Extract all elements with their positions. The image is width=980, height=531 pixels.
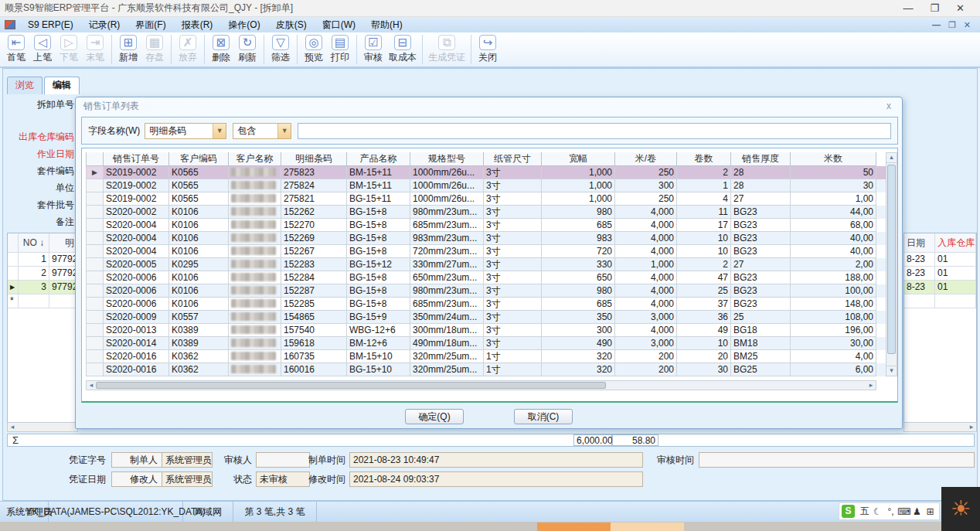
chinese-mode-icon[interactable]: 五 [858, 505, 871, 518]
cell-customer_code: K0389 [169, 337, 229, 350]
vscroll-thumb[interactable] [887, 165, 896, 354]
grid-hscrollbar[interactable]: ◂ ▸ [86, 380, 876, 390]
cell-tube_size: 3寸 [484, 179, 542, 192]
table-row[interactable]: S2020-0016K0362160735BM-15+10320mm/25um.… [86, 350, 888, 363]
table-row[interactable]: S2020-0006K0106152284BG-15+8650mm/23um..… [86, 271, 888, 284]
close-icon[interactable]: ✕ [956, 2, 965, 14]
filter-query-input[interactable] [298, 123, 891, 139]
prev-record-button[interactable]: ◁上笔 [29, 33, 56, 66]
print-button[interactable]: ▤打印 [327, 33, 353, 66]
table-row[interactable]: ▶S2019-0002K0565275823BM-15+111000mm/26u… [86, 166, 888, 179]
sogou-logo-icon[interactable]: S [842, 505, 855, 518]
filter-field-select[interactable]: 明细条码 ▼ [145, 123, 226, 139]
menu-item-4[interactable]: 操作(O) [220, 18, 267, 32]
taskbar-active-app[interactable] [537, 522, 611, 531]
mdi-restore-icon[interactable]: ❐ [948, 20, 956, 30]
get-cost-button[interactable]: ⊟取成本 [386, 33, 419, 66]
cell-detail_barcode: 152267 [281, 245, 347, 258]
table-row[interactable]: S2020-0014K0389159618BM-12+6490mm/18um..… [86, 337, 888, 350]
left-grid-row[interactable]: 297792 [8, 267, 77, 281]
redacted-customer-name [231, 312, 276, 321]
col-header-product_name[interactable]: 产品名称 [347, 152, 410, 166]
scroll-down-icon[interactable]: ▾ [886, 366, 897, 376]
left-grid-row[interactable]: 197792 [8, 253, 77, 267]
grid-vscrollbar[interactable]: ▴ ▾ [886, 152, 897, 376]
right-grid-row[interactable]: 8-2301 [904, 253, 976, 267]
main-hscrollbar-left[interactable]: ◂ [7, 422, 78, 432]
chevron-down-icon[interactable]: ▼ [277, 124, 291, 138]
menu-item-3[interactable]: 报表(R) [174, 18, 221, 32]
col-header-customer_name[interactable]: 客户名称 [229, 152, 281, 166]
table-row[interactable]: S2019-0002K0565275821BG-15+111000mm/26u.… [86, 192, 888, 206]
col-header-spec_model[interactable]: 规格型号 [410, 152, 484, 166]
col-header-detail_barcode[interactable]: 明细条码 [281, 152, 347, 166]
menu-item-7[interactable]: 帮助(H) [363, 18, 410, 32]
table-row[interactable]: S2020-0009K0557154865BG-15+9350mm/24um..… [86, 311, 888, 324]
mdi-minimize-icon[interactable]: — [932, 20, 941, 30]
sum-total-weight: 58.80 [612, 434, 658, 446]
dialog-close-icon[interactable]: x [883, 100, 894, 111]
menu-item-2[interactable]: 界面(F) [128, 18, 173, 32]
screen-recorder-overlay[interactable]: ☀ ▶ [941, 487, 980, 531]
restore-icon[interactable]: ❐ [930, 2, 939, 14]
right-grid-row[interactable]: 8-2301 [904, 267, 976, 281]
scroll-left-icon[interactable]: ◂ [8, 423, 17, 431]
refresh-icon: ↻ [239, 35, 256, 50]
left-grid-new-row[interactable]: * [8, 294, 77, 308]
menu-item-5[interactable]: 皮肤(S) [268, 18, 315, 32]
table-row[interactable]: S2020-0004K0106152270BG-15+8685mm/23um..… [86, 219, 888, 232]
audit-button[interactable]: ☑审核 [360, 33, 386, 66]
cancel-button[interactable]: 取消(C) [514, 409, 573, 424]
scroll-up-icon[interactable]: ▴ [886, 153, 897, 163]
hscroll-thumb[interactable] [96, 382, 606, 389]
menu-item-6[interactable]: 窗口(W) [315, 18, 363, 32]
grid-icon[interactable]: ⊞ [924, 506, 937, 517]
col-header-meters[interactable]: 米数 [791, 152, 876, 166]
menu-item-0[interactable]: S9 ERP(E) [20, 18, 81, 32]
table-row[interactable]: S2019-0002K0565275824BM-15+111000mm/26u.… [86, 179, 888, 192]
col-header-sale_thickness[interactable]: 销售厚度 [731, 152, 791, 166]
add-button[interactable]: ⊞新增 [115, 33, 141, 66]
table-row[interactable]: S2020-0006K0106152287BG-15+8980mm/23um..… [86, 284, 888, 298]
minimize-icon[interactable]: — [903, 2, 913, 14]
keyboard-icon[interactable]: ⌨ [897, 506, 910, 517]
left-grid-row[interactable]: ▶397792 [8, 281, 77, 294]
tab-edit[interactable]: 编辑 [44, 77, 80, 94]
tab-browse[interactable]: 浏览 [7, 77, 43, 94]
right-grid-row[interactable]: 8-2301 [904, 281, 976, 294]
refresh-button[interactable]: ↻刷新 [234, 33, 260, 66]
table-row[interactable]: S2020-0006K0106152285BG-15+8685mm/23um..… [86, 298, 888, 311]
scroll-right-icon[interactable]: ▸ [967, 423, 976, 431]
col-header-rolls[interactable]: 卷数 [677, 152, 731, 166]
taskbar-app[interactable] [611, 522, 684, 531]
filter-operator-select[interactable]: 包含 ▼ [233, 123, 291, 139]
main-hscrollbar-right[interactable]: ▸ [903, 422, 977, 432]
table-row[interactable]: S2020-0002K0106152262BG-15+8980mm/23um..… [86, 206, 888, 219]
table-row[interactable]: S2020-0005K0295152283BG-15+12330mm/27um.… [86, 258, 888, 271]
audit-icon: ☑ [365, 35, 382, 50]
punctuation-icon[interactable]: °, [884, 506, 897, 517]
scroll-left-icon[interactable]: ◂ [87, 381, 96, 390]
table-row[interactable]: S2020-0004K0106152269BG-15+8983mm/23um..… [86, 232, 888, 245]
col-header-width[interactable]: 宽幅 [542, 152, 615, 166]
col-header-tube_size[interactable]: 纸管尺寸 [484, 152, 542, 166]
filter-button[interactable]: ▽筛选 [267, 33, 294, 66]
mdi-close-icon[interactable]: ✕ [964, 20, 971, 30]
close-doc-button[interactable]: ↪关闭 [475, 33, 501, 66]
ok-button[interactable]: 确定(Q) [405, 409, 464, 424]
col-header-order_no[interactable]: 销售订单号 [104, 152, 169, 166]
scroll-right-icon[interactable]: ▸ [866, 381, 876, 390]
menu-item-1[interactable]: 记录(R) [81, 18, 128, 32]
col-header-meters_per_roll[interactable]: 米/卷 [615, 152, 677, 166]
moon-icon[interactable]: ☾ [871, 506, 884, 517]
first-record-button[interactable]: ⇤首笔 [3, 33, 29, 66]
preview-button[interactable]: ◎预览 [301, 33, 327, 66]
cell-tube_size: 3寸 [484, 206, 542, 219]
chevron-down-icon[interactable]: ▼ [213, 124, 226, 138]
table-row[interactable]: S2020-0013K0389157540WBG-12+6300mm/18um.… [86, 324, 888, 337]
delete-button[interactable]: ⊠删除 [208, 33, 234, 66]
table-row[interactable]: S2020-0004K0106152267BG-15+8720mm/23um..… [86, 245, 888, 258]
col-header-customer_code[interactable]: 客户编码 [169, 152, 229, 166]
table-row[interactable]: S2020-0016K0362160016BG-15+10320mm/25um.… [86, 363, 888, 376]
person-icon[interactable]: ♟ [910, 506, 924, 517]
